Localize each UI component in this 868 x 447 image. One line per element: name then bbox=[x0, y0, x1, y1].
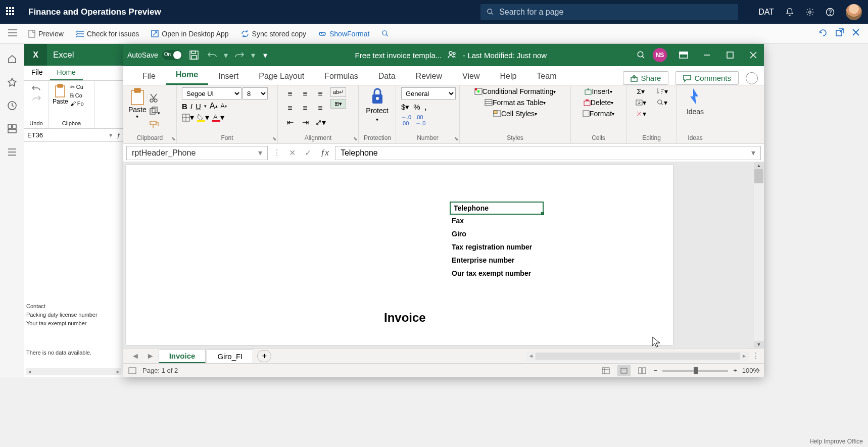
user-avatar[interactable] bbox=[846, 4, 862, 20]
copy-button[interactable]: ⎘ Co bbox=[70, 92, 84, 98]
preview-button[interactable]: Preview bbox=[28, 30, 64, 38]
tab-nav-next-icon[interactable]: ► bbox=[143, 352, 158, 361]
align-right[interactable]: ≡ bbox=[313, 102, 327, 115]
sync-button[interactable]: Sync stored copy bbox=[241, 30, 306, 38]
sort-filter-button[interactable]: ▾ bbox=[653, 87, 672, 95]
fill-handle[interactable] bbox=[541, 212, 544, 215]
vertical-scrollbar[interactable]: ▲ ▼ bbox=[754, 162, 764, 348]
protect-icon[interactable] bbox=[370, 87, 385, 105]
delete-cells-button[interactable]: Delete ▾ bbox=[576, 98, 621, 107]
sheet-tab-invoice[interactable]: Invoice bbox=[159, 349, 206, 363]
refresh-icon[interactable] bbox=[818, 28, 828, 39]
find-select-button[interactable]: ▾ bbox=[653, 98, 672, 107]
align-top-center[interactable]: ≡ bbox=[298, 87, 312, 101]
format-cells-button[interactable]: Format ▾ bbox=[576, 110, 621, 118]
zoom-in-icon[interactable]: + bbox=[733, 367, 737, 374]
title-undo-icon[interactable] bbox=[206, 48, 219, 62]
window-close-icon[interactable] bbox=[747, 48, 760, 62]
zoom-out-icon[interactable]: − bbox=[654, 367, 658, 374]
people-icon[interactable] bbox=[448, 51, 457, 60]
gear-icon[interactable] bbox=[805, 8, 814, 17]
fill-color-button[interactable]: ▾ bbox=[197, 113, 209, 122]
merge-center-button[interactable]: ⊞▾ bbox=[330, 99, 346, 109]
workspace-icon[interactable] bbox=[6, 123, 18, 135]
mini-home-tab[interactable]: Home bbox=[50, 66, 83, 80]
preview-hscroll[interactable]: ◄► bbox=[26, 368, 121, 375]
status-layout-icon[interactable] bbox=[128, 367, 136, 374]
cut-button[interactable]: ✂ Cu bbox=[70, 84, 84, 90]
align-top-right[interactable]: ≡ bbox=[313, 87, 327, 101]
home-icon[interactable] bbox=[6, 53, 18, 65]
title-search-icon[interactable] bbox=[635, 48, 648, 62]
mini-name-box[interactable]: ET36 bbox=[27, 131, 43, 139]
paste-big-icon[interactable] bbox=[129, 87, 146, 106]
percent-format[interactable]: % bbox=[413, 102, 420, 112]
show-format-button[interactable]: ShowFormat bbox=[318, 30, 369, 38]
cell-our-tax[interactable]: Our tax exempt number bbox=[452, 269, 531, 277]
page-layout-page[interactable]: Telephone Fax Giro Tax registration numb… bbox=[126, 165, 673, 345]
global-search-input[interactable]: Search for a page bbox=[480, 4, 738, 20]
bell-icon[interactable] bbox=[785, 8, 794, 17]
format-as-table-button[interactable]: Format as Table ▾ bbox=[465, 98, 565, 107]
help-improve-link[interactable]: Help Improve Office bbox=[809, 438, 863, 445]
cut-icon[interactable] bbox=[150, 93, 158, 103]
cell-styles-button[interactable]: Cell Styles ▾ bbox=[465, 110, 565, 118]
close-icon[interactable] bbox=[852, 28, 860, 39]
open-desktop-button[interactable]: Open in Desktop App bbox=[151, 30, 228, 38]
align-center[interactable]: ≡ bbox=[298, 102, 312, 115]
copy-icon[interactable]: ▾ bbox=[150, 107, 160, 117]
clear-button[interactable]: ▾ bbox=[632, 110, 650, 118]
tab-data[interactable]: Data bbox=[368, 68, 406, 85]
shrink-font-button[interactable]: A▾ bbox=[221, 103, 227, 110]
italic-button[interactable]: I bbox=[190, 102, 192, 111]
maximize-icon[interactable] bbox=[724, 48, 737, 62]
alignment-launcher-icon[interactable]: ⬊ bbox=[353, 136, 357, 141]
number-format-select[interactable]: General bbox=[401, 87, 456, 100]
autosave-toggle[interactable]: AutoSave On bbox=[127, 50, 182, 60]
horizontal-scrollbar[interactable]: ◄ ► bbox=[526, 352, 749, 361]
new-sheet-icon[interactable]: + bbox=[257, 350, 271, 362]
orientation-button[interactable]: ⤢▾ bbox=[313, 116, 327, 129]
accept-formula-icon[interactable]: ✓ bbox=[305, 148, 311, 158]
clock-icon[interactable] bbox=[6, 100, 18, 112]
cell-giro[interactable]: Giro bbox=[452, 230, 466, 238]
selected-cell[interactable]: Telephone bbox=[450, 202, 544, 215]
clipboard-launcher-icon[interactable]: ⬊ bbox=[171, 136, 175, 141]
star-icon[interactable] bbox=[6, 76, 18, 88]
font-launcher-icon[interactable]: ⬊ bbox=[272, 136, 276, 141]
page-layout-view-icon[interactable] bbox=[617, 365, 631, 376]
tab-page-layout[interactable]: Page Layout bbox=[249, 68, 314, 85]
bold-button[interactable]: B bbox=[182, 102, 187, 111]
borders-button[interactable]: ▾ bbox=[182, 113, 194, 122]
page-break-view-icon[interactable] bbox=[636, 365, 649, 376]
insert-cells-button[interactable]: Insert ▾ bbox=[576, 87, 621, 95]
help-icon[interactable] bbox=[826, 8, 835, 17]
user-badge[interactable]: NS bbox=[653, 48, 667, 62]
title-redo-icon[interactable] bbox=[233, 48, 246, 62]
increase-decimal[interactable]: ←.0.00 bbox=[401, 114, 411, 126]
minimize-icon[interactable] bbox=[700, 48, 713, 62]
tab-view[interactable]: View bbox=[452, 68, 490, 85]
zoom-slider[interactable] bbox=[662, 370, 728, 372]
cancel-formula-icon[interactable]: ✕ bbox=[289, 148, 296, 158]
redo-icon[interactable] bbox=[32, 95, 41, 102]
increase-indent[interactable]: ⇥ bbox=[298, 116, 312, 129]
app-launcher-icon[interactable] bbox=[6, 7, 16, 17]
decrease-indent[interactable]: ⇤ bbox=[283, 116, 297, 129]
tab-review[interactable]: Review bbox=[406, 68, 452, 85]
tab-formulas[interactable]: Formulas bbox=[314, 68, 368, 85]
popout-icon[interactable] bbox=[836, 28, 844, 39]
cell-enterprise[interactable]: Enterprise number bbox=[452, 256, 514, 264]
scroll-down-icon[interactable]: ▼ bbox=[754, 341, 764, 348]
autosum-button[interactable]: Σ▾ bbox=[632, 87, 650, 95]
formula-input[interactable]: Telephone ▾ bbox=[335, 146, 761, 160]
save-icon[interactable] bbox=[187, 48, 201, 62]
ideas-label[interactable]: Ideas bbox=[687, 108, 704, 116]
wrap-text-button[interactable]: ab↵ bbox=[330, 87, 346, 97]
scroll-up-icon[interactable]: ▲ bbox=[754, 162, 764, 169]
toolbar-search-icon[interactable] bbox=[381, 30, 389, 37]
tab-insert[interactable]: Insert bbox=[208, 68, 249, 85]
font-color-button[interactable]: A▾ bbox=[212, 113, 224, 122]
check-issues-button[interactable]: Check for issues bbox=[76, 30, 139, 38]
tab-help[interactable]: Help bbox=[490, 68, 526, 85]
